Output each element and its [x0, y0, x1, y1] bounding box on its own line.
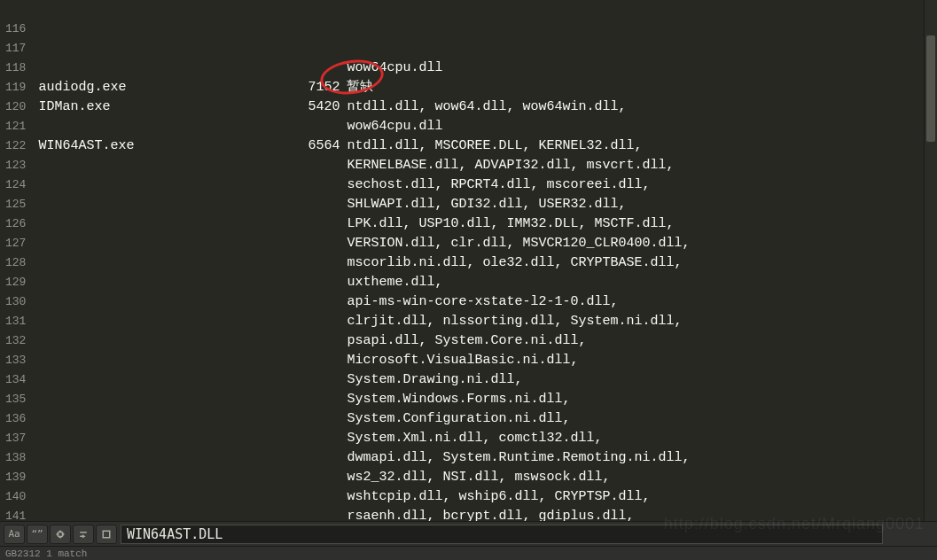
process-name [38, 468, 299, 487]
line-number-gutter: 1161171181191201211221231241251261271281… [0, 0, 38, 521]
code-line[interactable]: System.Xml.ni.dll, comctl32.dll, [38, 429, 924, 448]
code-line[interactable]: Microsoft.VisualBasic.ni.dll, [38, 351, 924, 370]
process-id [299, 312, 347, 331]
process-id [299, 429, 347, 448]
code-line[interactable]: uxtheme.dll, [38, 273, 924, 292]
scrollbar-thumb[interactable] [926, 35, 935, 142]
wrap-button[interactable] [73, 525, 94, 544]
code-line[interactable]: VERSION.dll, clr.dll, MSVCR120_CLR0400.d… [38, 234, 924, 253]
code-line[interactable]: clrjit.dll, nlssorting.dll, System.ni.dl… [38, 312, 924, 331]
process-name: audiodg.exe [38, 78, 299, 97]
whole-word-button[interactable]: “” [27, 525, 48, 544]
process-id: 7152 [299, 78, 347, 97]
vertical-scrollbar[interactable] [924, 0, 937, 521]
process-id [299, 409, 347, 429]
line-number: 141 [5, 507, 26, 521]
process-id [299, 448, 347, 468]
find-bar: Aa “” [0, 521, 937, 546]
process-name [38, 117, 299, 136]
dll-list: System.Xml.ni.dll, comctl32.dll, [347, 429, 924, 448]
line-number: 130 [5, 292, 26, 312]
dll-list: rsaenh.dll, bcrypt.dll, gdiplus.dll, [347, 507, 924, 521]
line-number: 116 [5, 19, 26, 39]
process-name: IDMan.exe [38, 97, 299, 117]
match-case-button[interactable]: Aa [4, 525, 25, 544]
process-name [38, 429, 299, 448]
status-bar: GB2312 1 match [0, 546, 937, 560]
code-line[interactable]: mscorlib.ni.dll, ole32.dll, CRYPTBASE.dl… [38, 253, 924, 273]
process-id [299, 156, 347, 175]
in-selection-button[interactable] [96, 525, 117, 544]
dll-list: ws2_32.dll, NSI.dll, mswsock.dll, [347, 468, 924, 487]
dll-list: wshtcpip.dll, wship6.dll, CRYPTSP.dll, [347, 487, 924, 507]
code-line[interactable]: ws2_32.dll, NSI.dll, mswsock.dll, [38, 468, 924, 487]
status-text: GB2312 1 match [5, 548, 87, 559]
dll-list: Microsoft.VisualBasic.ni.dll, [347, 351, 924, 370]
process-id [299, 487, 347, 507]
editor-text[interactable]: wow64cpu.dllaudiodg.exe7152暂缺IDMan.exe54… [38, 0, 924, 521]
line-number: 126 [5, 214, 26, 234]
line-number: 119 [5, 78, 26, 97]
code-line[interactable]: IDMan.exe5420ntdll.dll, wow64.dll, wow64… [38, 97, 924, 117]
process-id: 5420 [299, 97, 347, 117]
process-id [299, 370, 347, 390]
code-line[interactable]: api-ms-win-core-xstate-l2-1-0.dll, [38, 292, 924, 312]
code-line[interactable]: audiodg.exe7152暂缺 [38, 78, 924, 97]
line-number: 139 [5, 468, 26, 487]
dll-list: System.Windows.Forms.ni.dll, [347, 390, 924, 409]
process-id: 6564 [299, 136, 347, 156]
code-line[interactable]: System.Drawing.ni.dll, [38, 370, 924, 390]
process-id [299, 234, 347, 253]
process-name [38, 448, 299, 468]
process-id [299, 117, 347, 136]
dll-list: VERSION.dll, clr.dll, MSVCR120_CLR0400.d… [347, 234, 924, 253]
code-line[interactable]: wow64cpu.dll [38, 58, 924, 78]
code-line[interactable]: psapi.dll, System.Core.ni.dll, [38, 331, 924, 351]
code-line[interactable]: KERNELBASE.dll, ADVAPI32.dll, msvcrt.dll… [38, 156, 924, 175]
line-number: 134 [5, 370, 26, 390]
dll-list: KERNELBASE.dll, ADVAPI32.dll, msvcrt.dll… [347, 156, 924, 175]
code-line[interactable]: System.Windows.Forms.ni.dll, [38, 390, 924, 409]
dll-list: dwmapi.dll, System.Runtime.Remoting.ni.d… [347, 448, 924, 468]
process-name [38, 390, 299, 409]
dll-list: LPK.dll, USP10.dll, IMM32.DLL, MSCTF.dll… [347, 214, 924, 234]
process-id [299, 507, 347, 521]
code-line[interactable]: wshtcpip.dll, wship6.dll, CRYPTSP.dll, [38, 487, 924, 507]
dll-list: api-ms-win-core-xstate-l2-1-0.dll, [347, 292, 924, 312]
regex-icon [55, 529, 66, 540]
dll-list: ntdll.dll, MSCOREE.DLL, KERNEL32.dll, [347, 136, 924, 156]
process-name [38, 175, 299, 195]
process-name [38, 351, 299, 370]
line-number: 123 [5, 156, 26, 175]
line-number: 128 [5, 253, 26, 273]
selection-icon [101, 529, 112, 540]
process-name [38, 214, 299, 234]
code-line[interactable]: rsaenh.dll, bcrypt.dll, gdiplus.dll, [38, 507, 924, 521]
process-id [299, 195, 347, 214]
line-number: 138 [5, 448, 26, 468]
code-line[interactable]: wow64cpu.dll [38, 117, 924, 136]
dll-list: 暂缺 [347, 78, 924, 97]
process-name [38, 487, 299, 507]
process-name [38, 156, 299, 175]
code-line[interactable]: SHLWAPI.dll, GDI32.dll, USER32.dll, [38, 195, 924, 214]
process-id [299, 253, 347, 273]
dll-list: SHLWAPI.dll, GDI32.dll, USER32.dll, [347, 195, 924, 214]
line-number: 118 [5, 58, 26, 78]
line-number: 122 [5, 136, 26, 156]
code-line[interactable]: WIN64AST.exe6564ntdll.dll, MSCOREE.DLL, … [38, 136, 924, 156]
line-number: 127 [5, 234, 26, 253]
process-id [299, 351, 347, 370]
code-line[interactable]: System.Configuration.ni.dll, [38, 409, 924, 429]
line-number: 136 [5, 409, 26, 429]
code-line[interactable]: dwmapi.dll, System.Runtime.Remoting.ni.d… [38, 448, 924, 468]
code-line[interactable]: sechost.dll, RPCRT4.dll, mscoreei.dll, [38, 175, 924, 195]
dll-list: sechost.dll, RPCRT4.dll, mscoreei.dll, [347, 175, 924, 195]
find-input[interactable] [121, 525, 883, 544]
process-name [38, 58, 299, 78]
code-line[interactable]: LPK.dll, USP10.dll, IMM32.DLL, MSCTF.dll… [38, 214, 924, 234]
regex-button[interactable] [50, 525, 71, 544]
process-name [38, 292, 299, 312]
dll-list: System.Configuration.ni.dll, [347, 409, 924, 429]
process-name [38, 331, 299, 351]
